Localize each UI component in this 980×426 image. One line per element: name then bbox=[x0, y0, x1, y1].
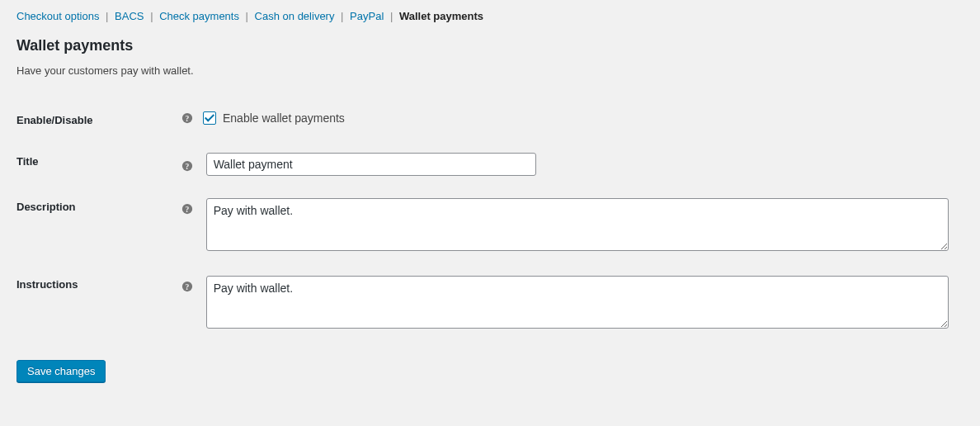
help-icon[interactable]: ? bbox=[181, 112, 193, 124]
subnav-checkout-options[interactable]: Checkout options bbox=[16, 10, 99, 22]
subnav-bacs[interactable]: BACS bbox=[115, 10, 144, 22]
instructions-textarea[interactable] bbox=[206, 276, 949, 329]
title-label: Title bbox=[16, 143, 181, 188]
enable-disable-label: Enable/Disable bbox=[16, 102, 181, 143]
save-changes-button[interactable]: Save changes bbox=[16, 360, 106, 382]
description-label: Description bbox=[16, 188, 181, 266]
page-title: Wallet payments bbox=[16, 37, 964, 54]
enable-wallet-checkbox[interactable] bbox=[203, 111, 216, 125]
help-icon[interactable]: ? bbox=[181, 203, 193, 215]
svg-text:?: ? bbox=[186, 282, 190, 291]
separator: | bbox=[246, 10, 248, 22]
instructions-label: Instructions bbox=[16, 266, 181, 343]
separator: | bbox=[106, 10, 108, 22]
submit-row: Save changes bbox=[16, 360, 964, 382]
page-description: Have your customers pay with wallet. bbox=[16, 64, 964, 77]
svg-text:?: ? bbox=[186, 205, 190, 214]
title-input[interactable] bbox=[206, 153, 536, 176]
svg-text:?: ? bbox=[186, 161, 190, 170]
help-icon[interactable]: ? bbox=[181, 160, 193, 172]
separator: | bbox=[341, 10, 343, 22]
separator: | bbox=[390, 10, 393, 22]
subnav-check-payments[interactable]: Check payments bbox=[159, 10, 239, 22]
subnav-cash-on-delivery[interactable]: Cash on delivery bbox=[255, 10, 335, 22]
settings-form-table: Enable/Disable ? Enable wallet payments … bbox=[16, 102, 964, 343]
description-textarea[interactable] bbox=[206, 198, 949, 251]
svg-text:?: ? bbox=[186, 114, 190, 123]
enable-wallet-checkbox-label: Enable wallet payments bbox=[223, 111, 345, 125]
help-icon[interactable]: ? bbox=[181, 281, 193, 292]
separator: | bbox=[150, 10, 153, 22]
subnav-wallet-payments: Wallet payments bbox=[399, 10, 483, 22]
subnav-paypal[interactable]: PayPal bbox=[350, 10, 384, 22]
payment-subnav: Checkout options | BACS | Check payments… bbox=[16, 8, 964, 22]
